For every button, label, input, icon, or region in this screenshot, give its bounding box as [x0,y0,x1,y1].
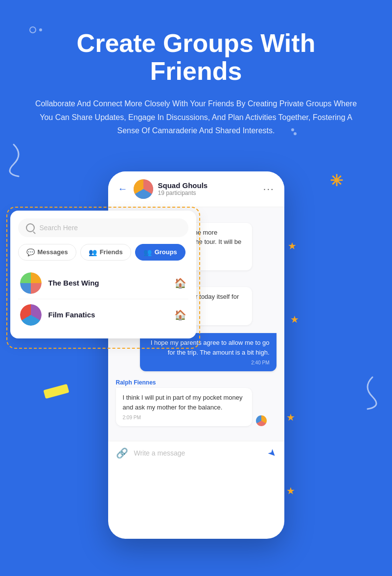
chat-group-avatar [134,179,153,199]
search-icon [26,223,35,232]
home-icon-2: 🏠 [174,309,186,321]
star-decor-1: ★ [288,240,297,252]
friends-icon: 👥 [89,248,97,256]
group-avatar-film [20,304,42,326]
sender-4: Ralph Fiennes [116,379,277,386]
star-decor-3: ★ [286,411,295,423]
back-arrow-button[interactable]: ← [118,183,128,194]
message-input[interactable]: Write a message [134,449,268,457]
message-bubble-4: I think I will put in part of my pocket … [116,388,253,426]
chat-header: ← Squad Ghouls 19 participants ··· [108,171,284,207]
attachment-icon[interactable]: 🔗 [116,447,128,459]
message-input-bar[interactable]: 🔗 Write a message ➤ [108,441,284,465]
msg-time-4: 2:09 PM [123,414,246,421]
star-decor-4: ★ [286,485,295,497]
tab-bar: 💬 Messages 👥 Friends 👥 Groups [18,244,188,261]
message-bubble-3: I hope my parents agree to allow me to g… [140,333,277,371]
group-avatar-wing [20,272,42,294]
page-description: Collaborate And Connect More Closely Wit… [30,97,363,137]
tab-messages-label: Messages [38,248,68,256]
send-icon[interactable]: ➤ [265,446,279,460]
message-block-3: I hope my parents agree to allow me to g… [116,333,277,371]
msg-time-3: 2:40 PM [147,359,270,366]
chat-participants: 19 participants [158,190,263,196]
message-block-4: Ralph Fiennes I think I will put in part… [116,379,277,426]
tab-friends-label: Friends [100,248,123,256]
star-decor-2: ★ [290,313,299,325]
tab-groups-label: Groups [155,248,177,256]
squiggle-right-decor [348,372,377,411]
header-section: Create Groups With Friends Collaborate A… [0,0,392,152]
search-placeholder: Search Here [40,224,78,232]
search-bar[interactable]: Search Here [18,218,188,237]
group-name-wing: The Best Wing [48,279,174,287]
group-list-item-1[interactable]: The Best Wing 🏠 [18,267,188,299]
more-options-button[interactable]: ··· [263,183,275,194]
chat-group-name: Squad Ghouls [158,181,263,190]
tab-groups[interactable]: 👥 Groups [135,244,185,261]
group-name-film: Film Fanatics [48,311,174,319]
home-icon-1: 🏠 [174,277,186,289]
page-title: Create Groups With Friends [29,29,363,85]
groups-icon: 👥 [143,248,152,256]
group-info: Squad Ghouls 19 participants [158,181,263,196]
phone-mockup: Search Here 💬 Messages 👥 Friends 👥 Group… [59,171,333,539]
message-text-4: I think I will put in part of my pocket … [123,394,243,411]
messages-icon: 💬 [26,248,35,256]
tab-friends[interactable]: 👥 Friends [80,244,131,261]
groups-panel: Search Here 💬 Messages 👥 Friends 👥 Group… [10,211,196,338]
group-list-item-2[interactable]: Film Fanatics 🏠 [18,299,188,331]
tab-messages[interactable]: 💬 Messages [18,244,76,261]
message-text-3: I hope my parents agree to allow me to g… [151,339,270,356]
sender-avatar-4 [256,415,267,426]
